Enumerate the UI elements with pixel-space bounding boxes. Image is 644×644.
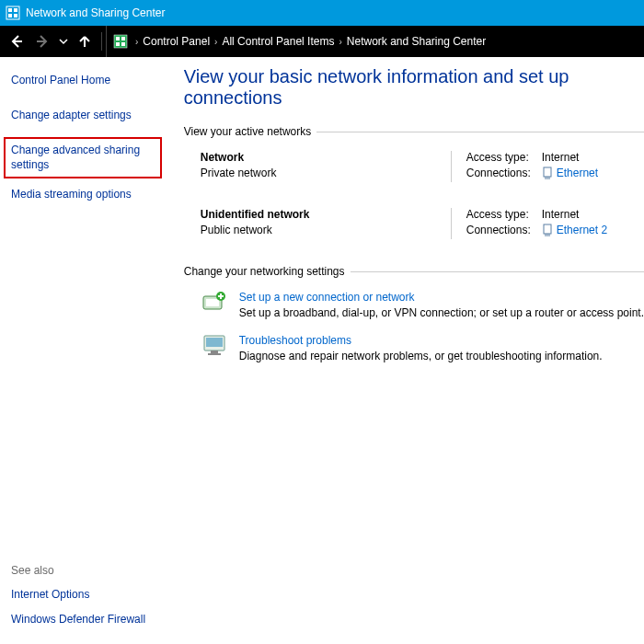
network-type: Public network <box>201 224 451 236</box>
network-type: Private network <box>201 167 451 179</box>
svg-rect-9 <box>121 37 125 40</box>
window-titlebar: Network and Sharing Center <box>0 0 644 26</box>
svg-rect-8 <box>116 37 120 40</box>
internet-options-link[interactable]: Internet Options <box>11 588 156 603</box>
svg-rect-27 <box>211 351 218 353</box>
troubleshoot-desc: Diagnose and repair network problems, or… <box>239 350 603 362</box>
sidebar: Control Panel Home Change adapter settin… <box>0 57 167 644</box>
connections-label: Connections: <box>466 224 542 236</box>
active-networks-label-text: View your active networks <box>184 125 312 138</box>
breadcrumb-item[interactable]: All Control Panel Items <box>218 33 338 50</box>
chevron-right-icon[interactable]: › <box>214 37 217 47</box>
svg-rect-3 <box>8 14 12 17</box>
up-button[interactable] <box>74 30 96 52</box>
control-panel-home-link[interactable]: Control Panel Home <box>11 74 156 88</box>
svg-rect-10 <box>116 42 120 46</box>
change-settings-label: Change your networking settings <box>184 265 644 278</box>
windows-defender-firewall-link[interactable]: Windows Defender Firewall <box>11 613 156 627</box>
svg-rect-4 <box>14 14 17 17</box>
breadcrumb-item[interactable]: Control Panel <box>139 33 213 50</box>
troubleshoot-icon <box>201 334 230 362</box>
change-advanced-sharing-settings-link[interactable]: Change advanced sharing settings <box>4 137 162 178</box>
access-type-label: Access type: <box>466 151 542 164</box>
settings-item: Set up a new connection or network Set u… <box>184 291 644 319</box>
svg-rect-26 <box>206 338 223 347</box>
svg-rect-12 <box>544 167 551 177</box>
svg-rect-2 <box>14 8 17 12</box>
change-settings-label-text: Change your networking settings <box>184 265 345 278</box>
settings-item: Troubleshoot problems Diagnose and repai… <box>184 334 644 362</box>
page-heading: View your basic network information and … <box>184 66 644 109</box>
window-title: Network and Sharing Center <box>26 6 165 19</box>
active-networks-label: View your active networks <box>184 125 644 138</box>
troubleshoot-link[interactable]: Troubleshoot problems <box>239 334 603 347</box>
control-panel-icon <box>112 33 129 50</box>
ethernet-icon <box>542 167 553 179</box>
access-type-value: Internet <box>542 208 580 221</box>
svg-rect-21 <box>206 299 219 306</box>
setup-connection-desc: Set up a broadband, dial-up, or VPN conn… <box>239 306 644 319</box>
address-bar[interactable]: › Control Panel › All Control Panel Item… <box>106 26 640 57</box>
svg-rect-16 <box>544 224 551 234</box>
chevron-right-icon[interactable]: › <box>339 37 341 47</box>
chevron-right-icon[interactable]: › <box>135 37 138 47</box>
svg-rect-28 <box>208 353 221 355</box>
connection-link[interactable]: Ethernet 2 <box>557 224 607 236</box>
network-name: Network <box>201 151 451 164</box>
breadcrumb-item[interactable]: Network and Sharing Center <box>343 33 489 50</box>
divider <box>351 271 644 272</box>
recent-dropdown[interactable] <box>57 30 70 52</box>
network-block: Network Private network Access type: Int… <box>184 151 644 182</box>
main-content: View your basic network information and … <box>167 57 644 644</box>
back-button[interactable] <box>6 30 28 52</box>
connections-label: Connections: <box>466 167 542 179</box>
svg-rect-11 <box>121 42 125 46</box>
separator <box>101 32 102 51</box>
divider <box>316 132 644 132</box>
change-adapter-settings-link[interactable]: Change adapter settings <box>11 109 156 123</box>
access-type-label: Access type: <box>466 208 542 221</box>
connection-link[interactable]: Ethernet <box>557 167 598 179</box>
svg-rect-1 <box>8 8 12 12</box>
see-also-label: See also <box>11 564 156 577</box>
setup-connection-link[interactable]: Set up a new connection or network <box>239 291 644 304</box>
app-icon <box>6 6 20 20</box>
navigation-bar: › Control Panel › All Control Panel Item… <box>0 26 644 57</box>
new-connection-icon <box>201 291 230 318</box>
network-name: Unidentified network <box>201 208 451 221</box>
network-block: Unidentified network Public network Acce… <box>184 208 644 239</box>
media-streaming-options-link[interactable]: Media streaming options <box>11 188 156 202</box>
ethernet-icon <box>542 224 553 236</box>
access-type-value: Internet <box>542 151 580 164</box>
forward-button[interactable] <box>31 30 53 52</box>
